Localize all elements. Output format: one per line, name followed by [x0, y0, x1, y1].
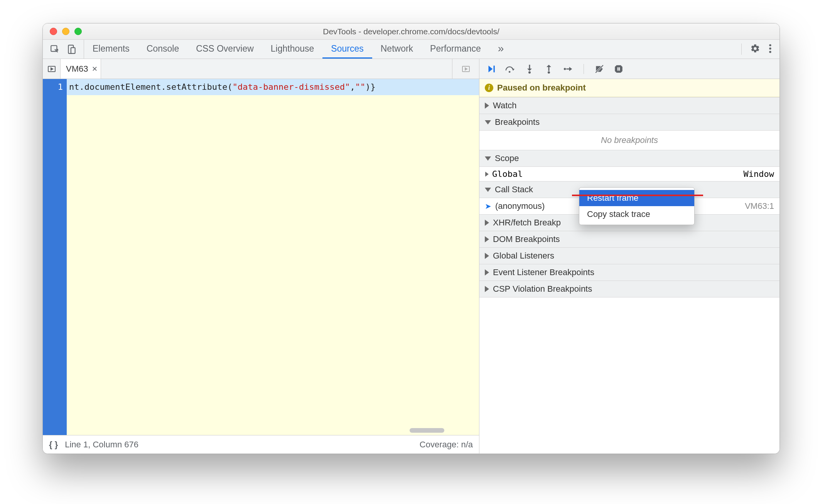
tab-elements[interactable]: Elements [84, 40, 138, 59]
pause-on-exceptions-icon[interactable] [613, 64, 624, 74]
step-out-icon[interactable] [543, 64, 554, 74]
inspect-tools [43, 40, 84, 59]
tab-sources[interactable]: Sources [322, 40, 372, 59]
collapse-icon [485, 188, 491, 192]
editor-status-bar: { } Line 1, Column 676 Coverage: n/a [43, 435, 479, 454]
editor-tabs-bar: VM63 ✕ [43, 59, 479, 79]
window-title: DevTools - developer.chrome.com/docs/dev… [43, 27, 779, 36]
tab-network[interactable]: Network [372, 40, 422, 59]
section-label: XHR/fetch Breakp [493, 218, 561, 228]
current-frame-icon: ➤ [485, 202, 491, 211]
cursor-position: Line 1, Column 676 [65, 440, 138, 450]
section-event-listener-breakpoints[interactable]: Event Listener Breakpoints [479, 264, 779, 281]
svg-point-3 [769, 44, 771, 46]
section-label: Watch [493, 101, 517, 111]
expand-icon [485, 220, 489, 226]
expand-icon [485, 286, 489, 292]
svg-marker-9 [465, 68, 467, 70]
context-menu-restart-frame[interactable]: Restart frame [579, 190, 694, 206]
titlebar: DevTools - developer.chrome.com/docs/dev… [43, 24, 779, 40]
step-into-icon[interactable] [524, 64, 535, 74]
kebab-menu-icon[interactable] [769, 44, 772, 55]
section-label: Breakpoints [495, 117, 540, 127]
svg-point-19 [564, 68, 566, 70]
section-watch[interactable]: Watch [479, 97, 779, 114]
deactivate-breakpoints-icon[interactable] [594, 64, 605, 74]
svg-point-4 [769, 47, 771, 49]
svg-point-12 [509, 71, 511, 73]
file-tab-label: VM63 [66, 64, 88, 74]
svg-rect-2 [71, 47, 75, 53]
toolbar-divider [741, 44, 742, 55]
panel-tabs: Elements Console CSS Overview Lighthouse… [43, 40, 779, 59]
code-line: nt.documentElement.setAttribute("data-ba… [67, 79, 479, 95]
section-label: Call Stack [495, 185, 533, 195]
paused-banner: i Paused on breakpoint [479, 79, 779, 97]
svg-point-13 [528, 71, 531, 74]
scope-name: Global [492, 169, 523, 179]
toolbar-separator [584, 64, 584, 74]
tab-console[interactable]: Console [138, 40, 187, 59]
devtools-window: DevTools - developer.chrome.com/docs/dev… [42, 23, 780, 454]
horizontal-scrollbar[interactable] [410, 428, 444, 433]
svg-marker-7 [51, 68, 53, 70]
section-label: DOM Breakpoints [493, 234, 560, 244]
no-breakpoints-text: No breakpoints [479, 131, 779, 150]
expand-icon [485, 236, 489, 242]
section-label: Event Listener Breakpoints [493, 267, 594, 277]
tab-performance[interactable]: Performance [422, 40, 489, 59]
section-global-listeners[interactable]: Global Listeners [479, 248, 779, 264]
tab-css-overview[interactable]: CSS Overview [187, 40, 262, 59]
context-menu-copy-stack-trace[interactable]: Copy stack trace [579, 206, 694, 222]
device-toolbar-icon[interactable] [67, 44, 77, 54]
svg-rect-10 [494, 66, 495, 72]
section-label: Scope [495, 153, 519, 163]
minimize-window-button[interactable] [62, 28, 69, 35]
section-scope[interactable]: Scope [479, 150, 779, 167]
strikethrough-annotation [572, 195, 703, 196]
scope-global-row[interactable]: Global Window [479, 167, 779, 181]
debugger-toolbar [479, 59, 779, 79]
expand-icon [485, 253, 489, 259]
scope-value: Window [744, 169, 774, 179]
more-tabs-icon[interactable]: » [489, 40, 513, 59]
more-editor-options-icon[interactable] [452, 59, 479, 79]
section-breakpoints[interactable]: Breakpoints [479, 114, 779, 131]
close-window-button[interactable] [50, 28, 57, 35]
file-tab-vm63[interactable]: VM63 ✕ [61, 59, 101, 79]
pretty-print-icon[interactable]: { } [49, 440, 58, 450]
svg-marker-15 [527, 69, 532, 71]
resume-icon[interactable] [486, 64, 496, 74]
section-label: Global Listeners [493, 251, 554, 261]
settings-icon[interactable] [750, 44, 760, 55]
step-icon[interactable] [563, 64, 574, 74]
collapse-icon [485, 156, 491, 161]
paused-text: Paused on breakpoint [497, 83, 586, 93]
line-number: 1 [45, 81, 63, 93]
code-area[interactable]: nt.documentElement.setAttribute("data-ba… [67, 79, 479, 435]
show-navigator-icon[interactable] [43, 59, 61, 79]
section-dom-breakpoints[interactable]: DOM Breakpoints [479, 231, 779, 248]
expand-icon [485, 171, 489, 176]
frame-name: (anonymous) [495, 201, 545, 211]
maximize-window-button[interactable] [74, 28, 82, 35]
info-icon: i [485, 84, 493, 92]
close-file-icon[interactable]: ✕ [92, 65, 98, 73]
code-editor[interactable]: 1 nt.documentElement.setAttribute("data-… [43, 79, 479, 435]
svg-marker-18 [547, 65, 551, 67]
line-gutter: 1 [43, 79, 67, 435]
expand-icon [485, 269, 489, 276]
svg-point-16 [548, 71, 550, 74]
inspect-element-icon[interactable] [50, 44, 60, 54]
tab-lighthouse[interactable]: Lighthouse [262, 40, 323, 59]
collapse-icon [485, 120, 491, 124]
svg-rect-24 [617, 67, 619, 71]
step-over-icon[interactable] [505, 64, 516, 74]
coverage-label: Coverage: n/a [420, 440, 473, 450]
svg-rect-25 [619, 67, 620, 71]
panel-body: VM63 ✕ 1 nt.documentElement.setAttribute… [43, 59, 779, 454]
window-controls [43, 28, 82, 35]
section-csp-breakpoints[interactable]: CSP Violation Breakpoints [479, 281, 779, 297]
frame-location: VM63:1 [745, 201, 774, 211]
svg-point-5 [769, 50, 771, 52]
